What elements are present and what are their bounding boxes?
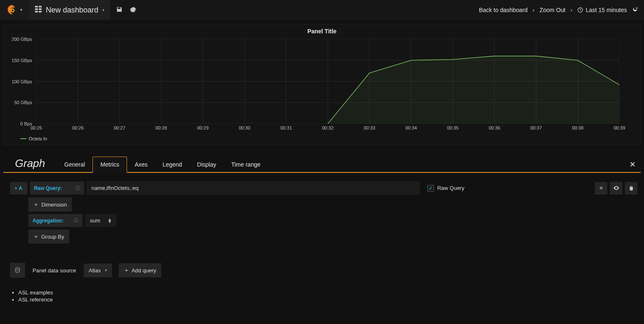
y-axis-ticks: 0 Bps50 GBps100 GBps150 GBps200 GBps — [4, 39, 35, 124]
datasource-value: Atlas — [89, 267, 101, 274]
tab-display[interactable]: Display — [190, 157, 224, 172]
x-tick-label: 00:27 — [114, 125, 125, 130]
aggregation-value: sum — [90, 217, 100, 224]
svg-point-0 — [11, 9, 14, 12]
grafana-logo-icon — [6, 4, 18, 16]
info-icon[interactable]: ⓘ — [75, 185, 80, 191]
x-tick-label: 00:31 — [280, 125, 292, 130]
query-sub-rows: ＋ Dimension Aggregation: ⓘ sum ▲▼ ＋ Grou… — [28, 197, 641, 244]
query-letter: A — [19, 185, 22, 191]
refresh-icon[interactable] — [632, 6, 638, 14]
menu-icon[interactable]: ≡ — [595, 182, 607, 194]
query-letter-toggle[interactable]: ▾ A — [10, 182, 27, 194]
y-tick-label: 150 GBps — [12, 58, 32, 63]
dashboard-grid-icon — [35, 6, 42, 14]
help-link[interactable]: ASL examples — [18, 289, 641, 296]
legend-color-swatch — [20, 138, 26, 139]
raw-query-label: Raw Query: — [34, 185, 62, 191]
x-tick-label: 00:25 — [30, 125, 42, 130]
plus-icon: ＋ — [33, 233, 39, 240]
x-tick-label: 00:33 — [364, 125, 375, 130]
panel-editor-tabs: Graph GeneralMetricsAxesLegendDisplayTim… — [3, 157, 641, 173]
svg-point-28 — [15, 268, 20, 269]
y-tick-label: 200 GBps — [12, 37, 32, 42]
help-links: ASL examplesASL reference — [12, 289, 641, 303]
svg-rect-2 — [39, 6, 42, 7]
editor-tab-list: GeneralMetricsAxesLegendDisplayTime rang… — [57, 157, 268, 172]
dashboard-name: New dashboard — [46, 6, 98, 15]
legend-series-label: Octets In — [29, 136, 47, 141]
query-tools: ≡ — [595, 182, 641, 194]
help-link[interactable]: ASL reference — [18, 297, 641, 303]
close-editor-icon[interactable]: ✕ — [629, 160, 641, 169]
tab-time-range[interactable]: Time range — [224, 157, 268, 172]
dashboard-title-picker[interactable]: New dashboard ▾ — [29, 0, 110, 20]
checkbox-checked-icon: ✓ — [427, 185, 434, 192]
chart-plot-area[interactable] — [36, 39, 619, 124]
save-icon[interactable] — [116, 6, 122, 14]
svg-rect-3 — [35, 8, 38, 10]
back-to-dashboard-link[interactable]: Back to dashboard — [479, 7, 528, 13]
svg-rect-5 — [35, 11, 38, 12]
chart-legend[interactable]: Octets In — [20, 136, 47, 141]
x-tick-label: 00:38 — [572, 125, 584, 130]
add-query-label: Add query — [132, 267, 156, 274]
plus-icon: ＋ — [124, 267, 129, 274]
top-actions — [110, 6, 136, 14]
y-tick-label: 50 GBps — [14, 100, 32, 105]
add-query-button[interactable]: ＋ Add query — [119, 263, 161, 277]
time-range-picker[interactable]: Last 15 minutes — [577, 7, 627, 13]
database-icon[interactable] — [10, 263, 25, 278]
aggregation-label: Aggregation: — [32, 218, 64, 224]
chevron-left-icon[interactable]: ‹ — [533, 7, 535, 13]
tab-legend[interactable]: Legend — [155, 157, 190, 172]
raw-query-checkbox[interactable]: ✓ Raw Query — [427, 185, 464, 192]
x-tick-label: 00:39 — [614, 125, 625, 130]
time-range-label: Last 15 minutes — [586, 7, 627, 13]
aggregation-row: Aggregation: ⓘ sum ▲▼ — [28, 214, 641, 227]
top-bar: ▼ New dashboard ▾ Back to dashboard ‹ Zo… — [0, 0, 644, 20]
datasource-row: Panel data source Atlas ▾ ＋ Add query — [10, 263, 641, 278]
raw-query-checkbox-label: Raw Query — [437, 185, 464, 191]
panel-title: Panel Title — [4, 25, 640, 35]
x-tick-label: 00:26 — [72, 125, 84, 130]
svg-rect-1 — [35, 6, 38, 7]
x-tick-label: 00:34 — [405, 125, 417, 130]
add-dimension-button[interactable]: ＋ Dimension — [28, 197, 72, 212]
raw-query-input[interactable] — [87, 181, 420, 195]
add-groupby-button[interactable]: ＋ Group By — [28, 229, 69, 244]
trash-icon[interactable] — [625, 182, 637, 194]
tab-metrics[interactable]: Metrics — [92, 157, 127, 173]
graph-panel: Panel Title 0 Bps50 GBps100 GBps150 GBps… — [3, 24, 641, 145]
x-tick-label: 00:28 — [155, 125, 167, 130]
tab-general[interactable]: General — [57, 157, 92, 172]
chevron-down-icon: ▾ — [102, 8, 105, 12]
x-tick-label: 00:30 — [239, 125, 250, 130]
dimension-button-label: Dimension — [41, 202, 67, 208]
panel-type-label: Graph — [3, 157, 57, 172]
aggregation-select[interactable]: sum ▲▼ — [85, 214, 117, 227]
chevron-right-icon[interactable]: › — [570, 7, 572, 13]
x-tick-label: 00:32 — [322, 125, 334, 130]
x-axis-ticks: 00:2500:2600:2700:2800:2900:3000:3100:32… — [36, 125, 619, 132]
gear-icon[interactable] — [130, 6, 136, 14]
zoom-out-button[interactable]: Zoom Out — [539, 7, 565, 13]
aggregation-label-cell: Aggregation: ⓘ — [28, 214, 82, 227]
datasource-select[interactable]: Atlas ▾ — [84, 264, 112, 277]
info-icon[interactable]: ⓘ — [74, 217, 78, 224]
datasource-label: Panel data source — [28, 264, 80, 277]
chevron-down-icon: ▾ — [105, 268, 107, 272]
metrics-editor-body: ▾ A Raw Query: ⓘ ✓ Raw Query ≡ ＋ Dimensi… — [10, 181, 641, 303]
groupby-button-label: Group By — [41, 234, 64, 240]
select-updown-icon: ▲▼ — [108, 218, 112, 223]
raw-query-label-cell: Raw Query: ⓘ — [30, 182, 84, 194]
y-tick-label: 100 GBps — [12, 79, 32, 84]
svg-rect-4 — [39, 8, 42, 10]
eye-icon[interactable] — [610, 182, 622, 194]
x-tick-label: 00:29 — [197, 125, 209, 130]
x-tick-label: 00:35 — [447, 125, 459, 130]
logo-menu[interactable]: ▼ — [0, 0, 29, 20]
plus-icon: ＋ — [33, 201, 39, 208]
tab-axes[interactable]: Axes — [127, 157, 155, 172]
chevron-down-icon: ▼ — [20, 8, 23, 12]
